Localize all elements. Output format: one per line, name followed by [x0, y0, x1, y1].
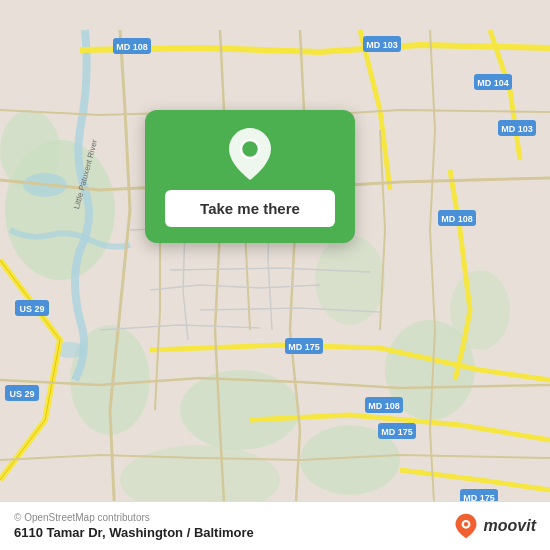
svg-text:MD 108: MD 108 [116, 42, 148, 52]
svg-text:MD 103: MD 103 [366, 40, 398, 50]
moovit-wordmark: moovit [484, 517, 536, 535]
svg-text:US 29: US 29 [19, 304, 44, 314]
map-pin-icon [224, 128, 276, 180]
bottom-left-info: © OpenStreetMap contributors 6110 Tamar … [14, 512, 254, 540]
svg-text:MD 104: MD 104 [477, 78, 509, 88]
svg-point-37 [463, 522, 467, 526]
svg-text:MD 175: MD 175 [381, 427, 413, 437]
svg-text:MD 108: MD 108 [441, 214, 473, 224]
moovit-pin-icon [452, 512, 480, 540]
svg-text:MD 175: MD 175 [288, 342, 320, 352]
svg-text:US 29: US 29 [9, 389, 34, 399]
map-attribution: © OpenStreetMap contributors [14, 512, 254, 523]
take-me-there-button[interactable]: Take me there [165, 190, 335, 227]
bottom-bar: © OpenStreetMap contributors 6110 Tamar … [0, 501, 550, 550]
map-background: MD 108 MD 103 MD 104 MD 103 MD 108 US 29… [0, 0, 550, 550]
location-card: Take me there [145, 110, 355, 243]
svg-point-35 [241, 140, 259, 158]
svg-point-7 [450, 270, 510, 350]
moovit-logo: moovit [452, 512, 536, 540]
svg-text:MD 103: MD 103 [501, 124, 533, 134]
address-label: 6110 Tamar Dr, Washington / Baltimore [14, 525, 254, 540]
svg-text:MD 108: MD 108 [368, 401, 400, 411]
map-container: MD 108 MD 103 MD 104 MD 103 MD 108 US 29… [0, 0, 550, 550]
